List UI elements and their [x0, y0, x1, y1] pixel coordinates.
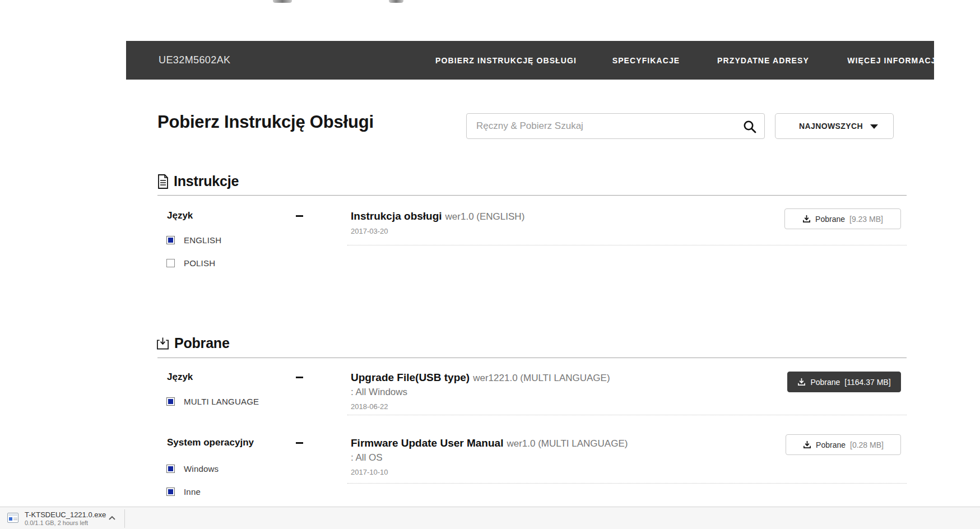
section-title: Instrukcje	[174, 173, 239, 189]
nav-item-useful-links[interactable]: PRZYDATNE ADRESY	[717, 41, 809, 80]
checkbox-unchecked-icon[interactable]	[166, 259, 175, 267]
checkbox-label: ENGLISH	[184, 235, 221, 245]
download-button-label: Pobrane	[810, 378, 840, 387]
download-button-label: Pobrane	[815, 215, 845, 224]
download-icon	[803, 440, 811, 449]
item-title: Upgrade File(USB type)	[351, 372, 470, 383]
download-button-firmware-manual[interactable]: Pobrane [0.28 MB]	[786, 434, 901, 455]
filter-label-language: Język	[167, 372, 193, 383]
section-header-manuals: Instrukcje	[157, 173, 239, 189]
manual-search-box	[466, 113, 765, 139]
filter-option-polish[interactable]: POLISH	[166, 258, 215, 268]
download-filename: T-KTSDEUC_1221.0.exe	[25, 511, 106, 519]
chevron-up-icon[interactable]	[108, 514, 117, 523]
document-icon	[157, 174, 169, 189]
section-divider	[157, 195, 907, 196]
item-os: : All OS	[351, 452, 628, 463]
download-item-upgrade-file: Upgrade File(USB type)wer1221.0 (MULTI L…	[351, 372, 610, 411]
checkbox-checked-icon[interactable]	[166, 236, 175, 244]
checkbox-checked-icon[interactable]	[166, 465, 175, 473]
page-top-artifact	[389, 0, 403, 3]
filter-label-os: System operacyjny	[167, 437, 254, 448]
product-model-label: UE32M5602AK	[159, 41, 230, 80]
item-date: 2017-03-20	[351, 227, 524, 235]
checkbox-label: POLISH	[184, 258, 215, 268]
download-icon	[802, 215, 811, 223]
section-title: Pobrane	[174, 335, 230, 351]
collapse-minus-icon[interactable]	[296, 215, 303, 217]
item-date: 2018-06-22	[351, 402, 610, 411]
filter-option-english[interactable]: ENGLISH	[166, 235, 221, 245]
page-top-artifact	[273, 0, 292, 3]
checkbox-checked-icon[interactable]	[166, 397, 175, 406]
checkbox-label: MULTI LANGUAGE	[184, 397, 259, 406]
download-button-label: Pobrane	[816, 440, 846, 449]
item-version: wer1.0 (MULTI LANGUAGE)	[507, 438, 628, 449]
item-version: wer1221.0 (MULTI LANGUAGE)	[473, 373, 610, 383]
section-divider	[157, 358, 907, 358]
item-os: : All Windows	[351, 387, 610, 398]
filter-option-other[interactable]: Inne	[166, 487, 201, 496]
sort-selected-value: NAJNOWSZYCH	[799, 114, 863, 138]
section-header-downloads: Pobrane	[156, 335, 230, 351]
download-icon	[156, 337, 169, 350]
item-title: Firmware Update User Manual	[351, 437, 503, 449]
download-button-size: [1164.37 MB]	[844, 378, 890, 387]
download-button-size: [0.28 MB]	[850, 440, 884, 449]
nav-item-download-manual[interactable]: POBIERZ INSTRUKCJĘ OBSŁUGI	[435, 41, 577, 80]
shelf-divider	[124, 509, 125, 528]
collapse-minus-icon[interactable]	[296, 442, 303, 444]
item-separator	[347, 245, 907, 245]
checkbox-label: Windows	[184, 464, 219, 474]
download-item-firmware-manual: Firmware Update User Manualwer1.0 (MULTI…	[351, 437, 628, 476]
search-icon[interactable]	[742, 119, 757, 134]
downloaded-file-item[interactable]: T-KTSDEUC_1221.0.exe 0.0/1.1 GB, 2 hours…	[0, 507, 124, 529]
checkbox-label: Inne	[184, 487, 201, 496]
page: UE32M5602AK POBIERZ INSTRUKCJĘ OBSŁUGI S…	[0, 0, 980, 529]
collapse-minus-icon[interactable]	[296, 377, 303, 378]
download-button-upgrade-file[interactable]: Pobrane [1164.37 MB]	[787, 372, 901, 392]
item-date: 2017-10-10	[351, 468, 628, 476]
search-input[interactable]	[476, 114, 740, 138]
download-button-manual[interactable]: Pobrane [9.23 MB]	[784, 208, 901, 229]
chevron-down-icon	[870, 124, 878, 129]
page-title: Pobierz Instrukcję Obsługi	[157, 112, 374, 132]
nav-item-more-info[interactable]: WIĘCEJ INFORMACJI	[847, 41, 939, 80]
nav-item-specifications[interactable]: SPECYFIKACJE	[612, 41, 680, 80]
item-separator	[347, 415, 907, 415]
item-separator	[347, 483, 907, 484]
nav-item-contact[interactable]: KONTAKT	[973, 41, 980, 80]
browser-download-shelf: T-KTSDEUC_1221.0.exe 0.0/1.1 GB, 2 hours…	[0, 507, 980, 529]
download-button-size: [9.23 MB]	[849, 215, 883, 224]
item-version: wer1.0 (ENGLISH)	[445, 211, 525, 222]
checkbox-checked-icon[interactable]	[166, 488, 175, 496]
download-item-manual: Instrukcja obsługiwer1.0 (ENGLISH) 2017-…	[351, 210, 524, 235]
download-icon	[797, 378, 806, 386]
item-title: Instrukcja obsługi	[351, 210, 442, 222]
download-status: 0.0/1.1 GB, 2 hours left	[25, 519, 88, 526]
product-nav-bar: UE32M5602AK POBIERZ INSTRUKCJĘ OBSŁUGI S…	[126, 41, 934, 80]
filter-label-language: Język	[167, 210, 193, 221]
filter-option-windows[interactable]: Windows	[166, 464, 219, 474]
sort-dropdown[interactable]: NAJNOWSZYCH	[775, 113, 894, 139]
filter-option-multi-language[interactable]: MULTI LANGUAGE	[166, 397, 259, 406]
exe-file-icon	[7, 513, 18, 523]
